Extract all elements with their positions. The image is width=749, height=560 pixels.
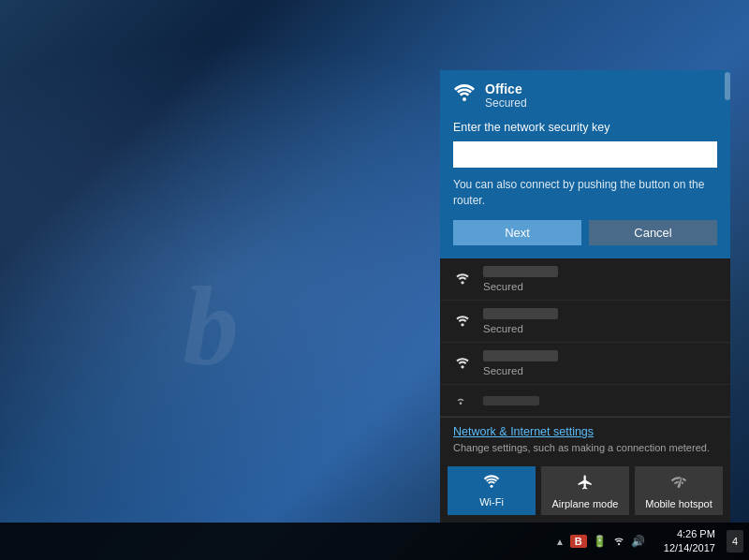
security-key-label: Enter the network security key: [453, 121, 717, 134]
quick-actions-section: Network & Internet settings Change setti…: [440, 417, 730, 523]
hotspot-action-label: Mobile hotspot: [645, 498, 712, 509]
security-form-buttons: Next Cancel: [453, 220, 717, 245]
network-item-info-3: Secured: [483, 350, 558, 376]
wifi-quick-icon: [483, 474, 500, 493]
wifi-icon-1: [453, 269, 474, 290]
security-key-input[interactable]: [453, 141, 717, 168]
network-item-status-1: Secured: [483, 281, 558, 292]
network-item-name-3: [483, 350, 558, 361]
wifi-icon-more: [453, 391, 474, 410]
network-item-name-more: [483, 396, 539, 405]
wifi-icon-active: [453, 83, 476, 108]
clock-date: 12/14/2017: [664, 541, 715, 555]
wifi-icon-3: [453, 353, 474, 375]
scrollbar-thumb[interactable]: [725, 72, 730, 100]
network-item-status-2: Secured: [483, 323, 558, 334]
taskbar-right: ▲ B 🔋 🔊 4:26 PM 12/14/2017: [548, 527, 749, 556]
airplane-icon: [577, 474, 594, 494]
system-clock[interactable]: 4:26 PM 12/14/2017: [656, 527, 723, 556]
active-network-section: Office Secured Enter the network securit…: [440, 70, 730, 258]
network-item-status-3: Secured: [483, 365, 558, 376]
other-networks-list: Secured Secured: [440, 258, 730, 417]
security-key-form: Enter the network security key You can a…: [453, 121, 717, 245]
wifi-quick-action[interactable]: Wi-Fi: [448, 466, 536, 515]
bing-watermark: b: [183, 262, 239, 391]
network-settings-description: Change settings, such as making a connec…: [440, 442, 730, 461]
network-tray-icon[interactable]: [612, 535, 625, 549]
taskbar: ▲ B 🔋 🔊 4:26 PM 12/14/2017: [0, 523, 749, 560]
svg-point-0: [463, 97, 466, 101]
battery-icon[interactable]: 🔋: [593, 535, 607, 548]
svg-point-1: [461, 281, 463, 284]
airplane-mode-quick-action[interactable]: Airplane mode: [541, 466, 629, 515]
notification-icon[interactable]: B: [570, 535, 587, 548]
svg-point-2: [461, 323, 463, 326]
network-item[interactable]: Secured: [440, 343, 730, 385]
next-button[interactable]: Next: [453, 220, 581, 245]
volume-icon[interactable]: 🔊: [631, 535, 645, 548]
network-item-info-1: Secured: [483, 266, 558, 292]
svg-point-6: [618, 542, 620, 544]
svg-point-4: [460, 402, 463, 405]
wifi-action-label: Wi-Fi: [479, 496, 504, 508]
svg-point-5: [491, 485, 493, 488]
active-network-header: Office Secured: [453, 81, 717, 110]
hotspot-icon: [670, 474, 687, 494]
system-tray: ▲ B 🔋 🔊: [548, 535, 653, 549]
desktop: b Office Secure: [0, 0, 749, 560]
active-network-name: Office: [485, 81, 527, 96]
quick-action-buttons-row: Wi-Fi Airplane mode: [440, 461, 730, 523]
cancel-button[interactable]: Cancel: [589, 220, 717, 245]
wifi-icon-2: [453, 311, 474, 332]
network-item-name-1: [483, 266, 558, 277]
active-network-status: Secured: [485, 96, 527, 110]
action-center-button[interactable]: 4: [727, 530, 743, 553]
network-item[interactable]: Secured: [440, 301, 730, 343]
active-network-info: Office Secured: [485, 81, 527, 110]
security-hint-text: You can also connect by pushing the butt…: [453, 177, 717, 209]
network-settings-link-row: Network & Internet settings: [440, 418, 730, 442]
network-panel: Office Secured Enter the network securit…: [440, 70, 730, 523]
network-item-more[interactable]: [440, 385, 730, 417]
network-item[interactable]: Secured: [440, 258, 730, 301]
airplane-action-label: Airplane mode: [552, 498, 619, 509]
clock-time: 4:26 PM: [677, 527, 715, 541]
network-item-name-2: [483, 308, 558, 319]
svg-point-3: [461, 365, 463, 368]
show-hidden-icons[interactable]: ▲: [555, 537, 565, 547]
hotspot-quick-action[interactable]: Mobile hotspot: [635, 466, 723, 515]
network-settings-link[interactable]: Network & Internet settings: [453, 425, 594, 438]
network-item-info-2: Secured: [483, 308, 558, 334]
